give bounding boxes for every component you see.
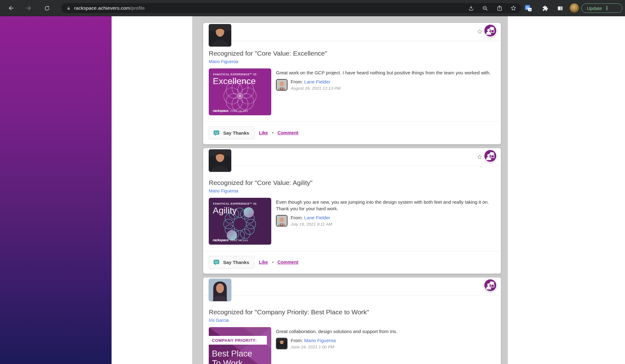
- recognition-message: Great collaboration, design solutions an…: [276, 328, 495, 335]
- like-link[interactable]: Like: [259, 260, 268, 265]
- card-header: [203, 23, 501, 41]
- achievers-badge-icon: [483, 149, 497, 163]
- card-header: [203, 277, 501, 296]
- card-body: COMPANY PRIORITY: Best Place To Work Gre…: [203, 327, 501, 364]
- recognition-card-agility: Recognized for "Core Value: Agility" Mar…: [203, 148, 501, 274]
- profile-gradient-panel: [0, 16, 112, 364]
- card-title: Recognized for "Core Value: Excellence": [209, 49, 495, 57]
- sender-link[interactable]: Mario Figueroa: [304, 338, 336, 343]
- browser-toolbar: rackspace.achievers.com/profile GA Updat…: [0, 0, 625, 16]
- forward-icon[interactable]: [25, 4, 32, 12]
- speech-bubble-smiley-icon: [213, 129, 220, 137]
- recipient-link[interactable]: Mario Figueroa: [209, 188, 238, 194]
- recognition-image-excellence: FANATICAL EXPERIENCE™ IS: Excellence rac…: [209, 68, 271, 115]
- recipient-avatar[interactable]: [209, 24, 231, 47]
- from-label: From:: [291, 79, 303, 84]
- recipient-avatar[interactable]: [209, 279, 231, 301]
- update-button[interactable]: Update: [581, 3, 622, 13]
- zoom-out-icon[interactable]: [481, 4, 489, 12]
- sender-link[interactable]: Lane Fielder: [304, 215, 330, 220]
- rackspace-logo: rackspace.: [213, 109, 229, 112]
- recognition-message: Even though you are new, you are jumping…: [276, 199, 495, 212]
- image-value: Excellence: [213, 76, 256, 86]
- image-kicker: FANATICAL EXPERIENCE™ IS:: [213, 73, 257, 76]
- rackspace-logo: rackspace.: [213, 238, 229, 242]
- from-label: From:: [291, 215, 303, 220]
- timestamp: July 19, 2021 9:11 AM: [291, 222, 332, 227]
- comment-link[interactable]: Comment: [278, 260, 298, 265]
- sender-avatar[interactable]: [277, 80, 287, 90]
- lock-icon: [66, 6, 71, 11]
- timestamp: June 24, 2021 1:00 PM: [291, 345, 336, 349]
- card-header: [203, 148, 501, 166]
- timestamp: August 26, 2021 12:13 PM: [291, 86, 341, 91]
- downloads-icon[interactable]: [467, 4, 475, 12]
- url-bar[interactable]: rackspace.achievers.com/profile: [61, 3, 521, 13]
- card-body: FANATICAL EXPERIENCE™ IS: Excellence rac…: [203, 68, 501, 115]
- image-band-label: COMPANY PRIORITY:: [212, 338, 257, 343]
- card-title: Recognized for "Core Value: Agility": [209, 179, 495, 187]
- recognition-image-best-place: COMPANY PRIORITY: Best Place To Work: [209, 327, 271, 364]
- recognition-card-best-place-to-work: Recognized for "Company Priority: Best P…: [203, 277, 501, 364]
- image-value: Agility: [213, 206, 237, 216]
- image-value: Best Place To Work: [212, 349, 252, 364]
- url-host: rackspace.achievers.com: [74, 5, 130, 11]
- card-title: Recognized for "Company Priority: Best P…: [209, 308, 495, 316]
- translate-extension-icon[interactable]: GA: [525, 5, 532, 12]
- extensions-puzzle-icon[interactable]: [541, 4, 549, 12]
- recipient-avatar[interactable]: [209, 149, 231, 172]
- card-title-block: Recognized for "Core Value: Excellence" …: [203, 41, 501, 64]
- svg-text:A: A: [529, 8, 531, 11]
- sender-link[interactable]: Lane Fielder: [304, 79, 330, 84]
- achievers-badge-icon: [483, 24, 497, 37]
- achievers-badge-icon: [483, 278, 497, 292]
- sender-avatar[interactable]: [277, 338, 287, 349]
- image-kicker: FANATICAL EXPERIENCE™ IS:: [213, 202, 257, 205]
- card-body: FANATICAL EXPERIENCE™ IS: Agility racksp…: [203, 198, 501, 245]
- card-actions: Say Thanks Like • Comment: [203, 122, 501, 144]
- url-path: /profile: [130, 5, 145, 11]
- recipient-link[interactable]: Iris Garcia: [209, 318, 229, 323]
- recognition-feed: Recognized for "Core Value: Excellence" …: [202, 16, 508, 364]
- feed-scrollbar-track[interactable]: [192, 16, 202, 364]
- recognition-card-excellence: Recognized for "Core Value: Excellence" …: [203, 23, 501, 144]
- star-favorite-icon[interactable]: [477, 28, 483, 35]
- browser-menu-kebab-icon[interactable]: [606, 6, 607, 11]
- side-panel-icon[interactable]: [556, 4, 564, 12]
- card-actions: Say Thanks Like • Comment: [203, 251, 501, 274]
- reload-icon[interactable]: [43, 4, 51, 12]
- card-title-block: Recognized for "Company Priority: Best P…: [203, 296, 501, 323]
- speech-bubble-smiley-icon: [213, 259, 220, 266]
- card-title-block: Recognized for "Core Value: Agility" Mar…: [203, 166, 501, 194]
- back-icon[interactable]: [7, 4, 15, 12]
- say-thanks-button[interactable]: Say Thanks: [209, 256, 254, 268]
- browser-profile-avatar[interactable]: [570, 3, 579, 13]
- recipient-link[interactable]: Mario Figueroa: [209, 59, 238, 64]
- star-favorite-icon[interactable]: [477, 154, 483, 160]
- say-thanks-button[interactable]: Say Thanks: [209, 127, 254, 139]
- share-icon[interactable]: [496, 4, 503, 12]
- recognition-image-agility: FANATICAL EXPERIENCE™ IS: Agility racksp…: [209, 198, 271, 245]
- from-label: From:: [291, 338, 303, 343]
- like-link[interactable]: Like: [259, 130, 268, 135]
- bookmark-star-icon[interactable]: [510, 4, 517, 12]
- comment-link[interactable]: Comment: [278, 130, 298, 135]
- recognition-message: Great work on the GCP project. I have he…: [276, 69, 495, 76]
- sender-avatar[interactable]: [277, 216, 287, 226]
